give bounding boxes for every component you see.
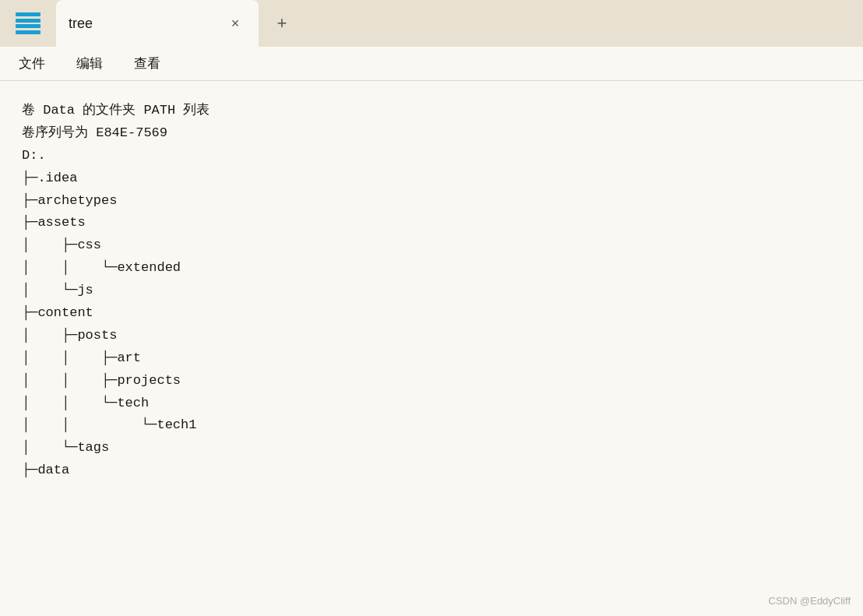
- menu-file[interactable]: 文件: [12, 51, 51, 76]
- icon-line-1: [16, 12, 41, 16]
- icon-line-4: [16, 30, 41, 34]
- app-icon: [16, 12, 41, 34]
- app-icon-area: [0, 0, 56, 47]
- title-bar: tree × +: [0, 0, 863, 47]
- menu-edit[interactable]: 编辑: [70, 51, 109, 76]
- main-content: 卷 Data 的文件夹 PATH 列表 卷序列号为 E84E-7569 D:. …: [0, 81, 863, 616]
- active-tab[interactable]: tree ×: [56, 0, 259, 47]
- tab-close-button[interactable]: ×: [224, 12, 246, 34]
- tab-title: tree: [69, 16, 215, 32]
- tree-output: 卷 Data 的文件夹 PATH 列表 卷序列号为 E84E-7569 D:. …: [22, 100, 841, 482]
- menu-bar: 文件 编辑 查看: [0, 47, 863, 81]
- menu-view[interactable]: 查看: [128, 51, 167, 76]
- icon-line-3: [16, 24, 41, 28]
- watermark: CSDN @EddyCliff: [769, 595, 851, 607]
- new-tab-button[interactable]: +: [265, 6, 299, 40]
- icon-line-2: [16, 19, 41, 23]
